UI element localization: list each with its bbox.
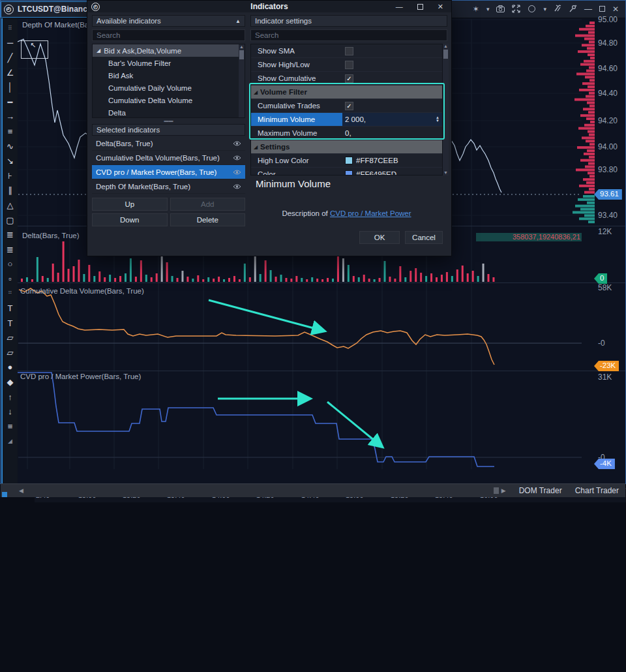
tree-item-group[interactable]: ◢ Bid x Ask,Delta,Volume <box>93 44 245 57</box>
horizontal-line-tool[interactable]: ─ <box>3 36 18 51</box>
vertical-line-tool[interactable]: │ <box>3 80 18 95</box>
maximize-icon[interactable] <box>417 4 423 10</box>
tree-item[interactable]: Bid Ask <box>93 69 245 82</box>
tab-dom-trader[interactable]: DOM Trader <box>513 486 569 495</box>
angle-tool[interactable]: ∠ <box>3 65 18 80</box>
pointer-arrow-tool[interactable]: ↘ <box>3 153 18 168</box>
volume-levels-tool[interactable]: ≣ <box>3 227 18 242</box>
spinner-control[interactable]: ▲▼ <box>436 116 440 123</box>
arrow-line-tool[interactable]: → <box>3 110 18 125</box>
scroll-right-icon[interactable]: ▶ <box>501 487 506 494</box>
setting-row-show-sma[interactable]: Show SMA <box>251 44 442 58</box>
arrow-up-marker-tool[interactable]: ↑ <box>3 389 18 405</box>
selected-indicator-item[interactable]: Depth Of Market(Bars, True) <box>92 179 245 194</box>
dotted-rect-tool[interactable]: ⠛ <box>3 286 18 301</box>
ok-button[interactable]: OK <box>359 231 400 244</box>
selection-rectangle[interactable]: ↖ <box>21 40 48 59</box>
visibility-eye-icon[interactable] <box>233 183 241 190</box>
close-icon[interactable]: ✕ <box>612 5 619 13</box>
panel-separator[interactable] <box>18 371 625 371</box>
dot-marker-tool[interactable]: ● <box>3 360 18 375</box>
screenshot-icon[interactable] <box>496 5 505 14</box>
group-header-settings[interactable]: ◢ Settings <box>251 140 442 154</box>
indicator-description-link[interactable]: CVD pro / Market Power <box>330 209 411 217</box>
minimize-icon[interactable]: — <box>396 3 403 10</box>
dashed-rect-tool[interactable]: ▫ <box>3 271 18 286</box>
tree-item[interactable]: Delta <box>93 106 245 118</box>
tree-item[interactable]: Bar's Volume Filter <box>93 57 245 69</box>
taskbar-chip[interactable] <box>2 492 7 497</box>
maximize-icon[interactable] <box>599 5 605 13</box>
cancel-button[interactable]: Cancel <box>405 231 443 244</box>
anchored-text-tool[interactable]: T <box>3 301 18 316</box>
setting-row-show-highlow[interactable]: Show High/Low <box>251 58 442 72</box>
ellipse-tool[interactable]: ○ <box>3 257 18 272</box>
tools-icon[interactable] <box>554 5 562 14</box>
setting-row-maximum-volume[interactable]: Maximum Volume 0, <box>251 127 442 140</box>
clear-drawings-icon[interactable] <box>528 5 536 14</box>
pin-icon[interactable] <box>569 5 577 14</box>
minimum-volume-input[interactable]: 2 000, ▲▼ <box>342 113 442 126</box>
checkbox-checked[interactable]: ✓ <box>345 102 353 110</box>
triangle-tool[interactable]: △ <box>3 198 18 213</box>
caret-down-icon[interactable]: ▾ <box>486 7 490 12</box>
drag-grip[interactable]: ⠿ <box>3 21 18 36</box>
setting-row-cumulative-trades[interactable]: Cumulative Trades ✓ <box>251 99 442 113</box>
settings-search-input[interactable]: Search <box>250 29 447 41</box>
maximum-volume-input[interactable]: 0, <box>342 127 442 140</box>
settings-scrollbar[interactable]: ▲ ▼ <box>443 44 449 176</box>
selected-indicator-item[interactable]: Cumulative Delta Volume(Bars, True) <box>92 151 245 165</box>
expander-icon[interactable]: ◢ <box>97 48 100 53</box>
arrow-down-marker-tool[interactable]: ↓ <box>3 404 18 419</box>
panel-separator[interactable] <box>18 283 625 283</box>
channel-tool[interactable]: ∥ <box>3 183 18 198</box>
available-indicators-header[interactable]: Available indicators ▲ <box>92 15 245 27</box>
checkbox-unchecked[interactable] <box>345 47 353 55</box>
checkbox-checked[interactable]: ✓ <box>345 74 353 83</box>
polyline-tool[interactable]: ∿ <box>3 139 18 154</box>
visibility-eye-icon[interactable] <box>233 155 241 161</box>
horizontal-ray-tool[interactable]: ━ <box>3 95 18 110</box>
collapse-corner[interactable]: ◢ <box>3 434 18 449</box>
cumulative-ladder-tool[interactable]: ≡ <box>3 419 18 434</box>
selected-indicator-item[interactable]: CVD pro / Market Power(Bars, True) <box>92 165 245 179</box>
group-header-volume-filter[interactable]: ◢ Volume Filter <box>251 85 442 99</box>
tree-item[interactable]: Cumulative Delta Volume <box>93 94 245 106</box>
setting-row-high-low-color[interactable]: High Low Color #FF87CEEB <box>251 154 442 168</box>
indicator-favorites-icon[interactable]: ✶ <box>473 5 479 13</box>
available-indicators-tree[interactable]: ◢ Bid x Ask,Delta,Volume Bar's Volume Fi… <box>92 44 245 118</box>
diamond-marker-tool[interactable]: ◆ <box>3 374 18 389</box>
tab-chart-trader[interactable]: Chart Trader <box>569 486 625 495</box>
dialog-titlebar[interactable]: ◴ Indicators — ✕ <box>87 1 451 12</box>
collapse-icon[interactable]: ▲ <box>235 18 241 24</box>
visibility-eye-icon[interactable] <box>233 140 241 147</box>
up-button[interactable]: Up <box>92 198 168 211</box>
fullscreen-icon[interactable] <box>512 5 520 14</box>
close-icon[interactable]: ✕ <box>438 3 443 11</box>
tree-item[interactable]: Cumulative Daily Volume <box>93 82 245 94</box>
delete-button[interactable]: Delete <box>170 213 246 226</box>
note-tag-tool[interactable]: ▱ <box>3 345 18 360</box>
available-search-input[interactable]: Search <box>92 29 245 41</box>
text-tool[interactable]: T <box>3 316 18 331</box>
trend-line-tool[interactable]: ╱ <box>3 50 18 65</box>
visibility-eye-icon[interactable] <box>233 169 241 176</box>
price-tag-tool[interactable]: ▱ <box>3 330 18 345</box>
color-swatch[interactable] <box>345 170 353 176</box>
volume-levels2-tool[interactable]: ≣ <box>3 242 18 257</box>
caret-down-icon[interactable]: ▾ <box>543 7 546 12</box>
panel-splitter[interactable]: ▬▬ <box>92 119 245 123</box>
scroll-left-icon[interactable]: ◀ <box>19 487 23 494</box>
setting-row-show-cumulative[interactable]: Show Cumulative ✓ <box>251 72 442 85</box>
tree-scrollbar[interactable]: ▲ <box>239 44 245 118</box>
setting-row-minimum-volume[interactable]: Minimum Volume 2 000, ▲▼ <box>251 113 442 127</box>
down-button[interactable]: Down <box>92 213 168 226</box>
selected-indicator-item[interactable]: Delta(Bars, True) <box>92 136 245 151</box>
minimize-icon[interactable]: — <box>584 5 592 13</box>
parallel-lines-tool[interactable]: ≡ <box>3 124 18 139</box>
color-swatch[interactable] <box>345 157 353 164</box>
add-button[interactable]: Add <box>170 198 246 211</box>
hscroll-thumb[interactable] <box>494 487 499 494</box>
setting-row-color[interactable]: Color #FF6495ED <box>251 168 442 176</box>
rectangle-tool[interactable]: ▢ <box>3 213 18 228</box>
